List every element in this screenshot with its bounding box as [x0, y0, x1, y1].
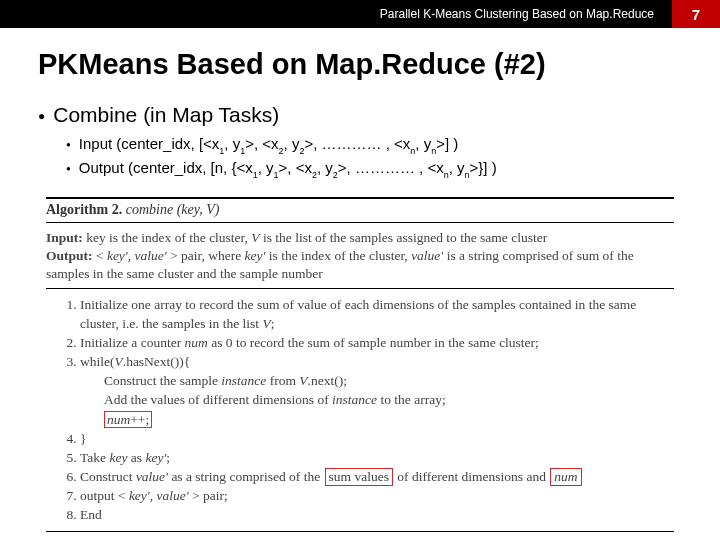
t: > pair, where	[167, 248, 245, 263]
t: .hasNext()){	[123, 354, 191, 369]
algo-line: End	[80, 505, 674, 524]
slide-title: PKMeans Based on Map.Reduce (#2)	[38, 48, 682, 81]
rule	[46, 531, 674, 532]
sub: n	[465, 170, 470, 180]
redbox-sumvalues: sum values	[325, 468, 393, 486]
bullet-dot-icon: ●	[38, 110, 45, 122]
t: <	[93, 248, 107, 263]
algo-line: Initialize one array to record the sum o…	[80, 295, 674, 333]
t: >}] )	[470, 159, 497, 176]
header-bar: Parallel K-Means Clustering Based on Map…	[0, 0, 720, 28]
t: ,	[150, 488, 157, 503]
sub: 1	[274, 170, 279, 180]
bullet-dot-icon: ●	[66, 165, 71, 173]
page-number: 7	[672, 0, 720, 28]
t: while(	[80, 354, 115, 369]
t: key'	[107, 248, 128, 263]
t: value'	[136, 469, 168, 484]
t: , y	[317, 159, 333, 176]
t: Output (center_idx, [n, {<x	[79, 159, 253, 176]
t: Add the values of different dimensions o…	[104, 392, 332, 407]
t: is the list of the samples assigned to t…	[260, 230, 548, 245]
t: num	[185, 335, 208, 350]
rule	[46, 288, 674, 289]
t: Input (center_idx, [<x	[79, 135, 220, 152]
t: value'	[135, 248, 167, 263]
t: to the array;	[377, 392, 446, 407]
algo-subline: Construct the sample instance from V.nex…	[80, 371, 674, 390]
t: >, <x	[279, 159, 312, 176]
t: as a string comprised of the	[168, 469, 324, 484]
t: Initialize a counter	[80, 335, 185, 350]
t: value'	[157, 488, 189, 503]
bullet-input: ● Input (center_idx, [<x1, y1>, <x2, y2>…	[66, 135, 682, 155]
algo-line: Initialize a counter num as 0 to record …	[80, 333, 674, 352]
t: ;	[271, 316, 275, 331]
algo-subline: Add the values of different dimensions o…	[80, 390, 674, 409]
t: .next();	[308, 373, 347, 388]
bullet-input-text: Input (center_idx, [<x1, y1>, <x2, y2>, …	[79, 135, 458, 155]
t: output <	[80, 488, 129, 503]
t: > pair;	[189, 488, 228, 503]
t: Initialize one array to record the sum o…	[80, 297, 636, 331]
algo-line: Take key as key';	[80, 448, 674, 467]
t: key	[109, 450, 127, 465]
t: , y	[449, 159, 465, 176]
t: >, ………… , <x	[338, 159, 444, 176]
algo-label: Algorithm 2.	[46, 202, 122, 217]
t: num	[107, 412, 130, 427]
redbox-num-inc: num++;	[104, 411, 152, 429]
sub: n	[431, 146, 436, 156]
t: key'	[129, 488, 150, 503]
t: key'	[145, 450, 166, 465]
t: , y	[284, 135, 300, 152]
t: , y	[258, 159, 274, 176]
bullet-combine: ● Combine (in Map Tasks)	[38, 103, 682, 127]
algo-subline: num++;	[80, 410, 674, 429]
bullet-combine-text: Combine (in Map Tasks)	[53, 103, 279, 127]
sub: n	[410, 146, 415, 156]
t: of different dimensions and	[394, 469, 549, 484]
t: , y	[224, 135, 240, 152]
t: num	[554, 469, 577, 484]
sub: n	[444, 170, 449, 180]
rule	[46, 197, 674, 199]
bullet-output-text: Output (center_idx, [n, {<x1, y1>, <x2, …	[79, 159, 497, 179]
t: V	[299, 373, 307, 388]
rule	[46, 222, 674, 223]
sub: 2	[299, 146, 304, 156]
sub: 2	[279, 146, 284, 156]
t: key'	[245, 248, 266, 263]
t: ;	[166, 450, 170, 465]
t: instance	[332, 392, 377, 407]
t: }	[80, 431, 86, 446]
t: V	[262, 316, 270, 331]
algorithm-block: Algorithm 2. combine (key, V) Input: key…	[46, 197, 674, 532]
t: V	[115, 354, 123, 369]
sub: 1	[253, 170, 258, 180]
t: from	[266, 373, 299, 388]
bullet-dot-icon: ●	[66, 141, 71, 149]
bullet-output: ● Output (center_idx, [n, {<x1, y1>, <x2…	[66, 159, 682, 179]
t: >, <x	[245, 135, 278, 152]
t: as	[127, 450, 145, 465]
t: is the index of the cluster,	[265, 248, 411, 263]
algorithm-body: Initialize one array to record the sum o…	[46, 295, 674, 525]
header-caption: Parallel K-Means Clustering Based on Map…	[0, 0, 672, 28]
sub: 1	[240, 146, 245, 156]
t: Take	[80, 450, 109, 465]
t: ,	[128, 248, 135, 263]
t: instance	[221, 373, 266, 388]
t: Construct the sample	[104, 373, 221, 388]
t: as 0 to record the sum of sample number …	[208, 335, 539, 350]
t: >, ………… , <x	[304, 135, 410, 152]
algo-line: while(V.hasNext()){ Construct the sample…	[80, 352, 674, 429]
algo-name: combine (key, V)	[126, 202, 220, 217]
input-label: Input:	[46, 230, 83, 245]
algorithm-heading: Algorithm 2. combine (key, V)	[46, 202, 674, 218]
algorithm-io: Input: key is the index of the cluster, …	[46, 229, 674, 284]
t: End	[80, 507, 102, 522]
algo-line: Construct value' as a string comprised o…	[80, 467, 674, 486]
t: value'	[411, 248, 443, 263]
output-label: Output:	[46, 248, 93, 263]
